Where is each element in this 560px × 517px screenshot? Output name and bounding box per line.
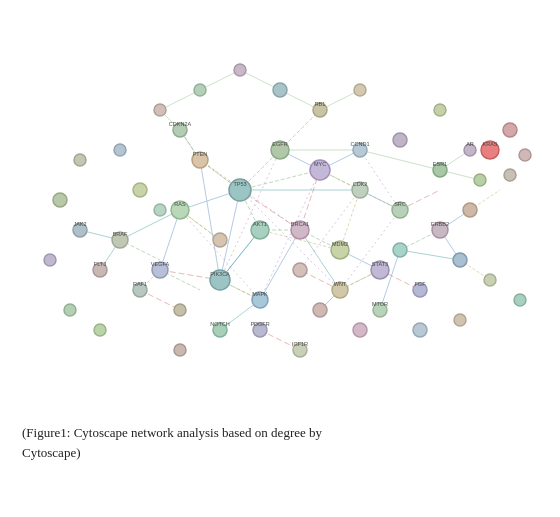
svg-point-115 xyxy=(234,64,246,76)
svg-point-86 xyxy=(293,263,307,277)
svg-point-133 xyxy=(514,294,526,306)
svg-point-96 xyxy=(354,84,366,96)
svg-point-129 xyxy=(393,133,407,147)
svg-rect-0 xyxy=(20,10,540,415)
svg-text:RAF1: RAF1 xyxy=(133,281,147,287)
svg-text:MTOR: MTOR xyxy=(372,301,388,307)
svg-text:FLT3: FLT3 xyxy=(94,261,106,267)
svg-text:BRCA1: BRCA1 xyxy=(291,221,309,227)
svg-text:CDK2: CDK2 xyxy=(353,181,368,187)
svg-point-126 xyxy=(64,304,76,316)
svg-point-124 xyxy=(53,193,67,207)
svg-text:TP53: TP53 xyxy=(233,181,246,187)
network-figure: TP53 EGFR MYC PTEN AKT1 RAS BRCA1 CDK2 P… xyxy=(20,10,540,415)
svg-text:MAPK: MAPK xyxy=(252,291,268,297)
svg-point-102 xyxy=(484,274,496,286)
caption-text-line2: Cytoscape) xyxy=(22,445,80,460)
svg-text:AR: AR xyxy=(466,141,474,147)
svg-point-114 xyxy=(273,83,287,97)
svg-point-107 xyxy=(174,304,186,316)
page-container: TP53 EGFR MYC PTEN AKT1 RAS BRCA1 CDK2 P… xyxy=(0,0,560,517)
svg-point-91 xyxy=(393,243,407,257)
svg-point-130 xyxy=(434,104,446,116)
svg-point-132 xyxy=(454,314,466,326)
svg-point-105 xyxy=(313,303,327,317)
svg-text:SRC: SRC xyxy=(394,201,406,207)
svg-text:CCND1: CCND1 xyxy=(351,141,370,147)
svg-text:JAK2: JAK2 xyxy=(73,221,86,227)
svg-point-127 xyxy=(133,183,147,197)
svg-text:PIK3CA: PIK3CA xyxy=(210,271,230,277)
svg-point-125 xyxy=(44,254,56,266)
svg-text:BRAF: BRAF xyxy=(113,231,128,237)
svg-text:PDGFR: PDGFR xyxy=(250,321,269,327)
svg-text:ERBB2: ERBB2 xyxy=(431,221,449,227)
caption-text-line1: (Figure1: Cytoscape network analysis bas… xyxy=(22,425,322,440)
svg-point-128 xyxy=(114,144,126,156)
svg-text:AKT1: AKT1 xyxy=(253,221,267,227)
svg-text:ESR1: ESR1 xyxy=(433,161,447,167)
svg-text:WNT: WNT xyxy=(334,281,347,287)
svg-point-131 xyxy=(413,323,427,337)
svg-text:PTEN: PTEN xyxy=(193,151,208,157)
svg-point-112 xyxy=(154,204,166,216)
figure-caption: (Figure1: Cytoscape network analysis bas… xyxy=(20,423,540,462)
svg-point-136 xyxy=(353,323,367,337)
svg-point-101 xyxy=(453,253,467,267)
svg-text:CDKN2A: CDKN2A xyxy=(169,121,192,127)
svg-point-99 xyxy=(474,174,486,186)
svg-point-117 xyxy=(154,104,166,116)
svg-text:STAT3: STAT3 xyxy=(372,261,388,267)
svg-point-113 xyxy=(213,233,227,247)
svg-text:NOTCH: NOTCH xyxy=(210,321,230,327)
svg-text:FGF: FGF xyxy=(415,281,427,287)
svg-text:RB1: RB1 xyxy=(315,101,326,107)
network-graph: TP53 EGFR MYC PTEN AKT1 RAS BRCA1 CDK2 P… xyxy=(20,10,540,415)
svg-text:KRAS: KRAS xyxy=(483,141,498,147)
svg-point-116 xyxy=(194,84,206,96)
svg-point-134 xyxy=(174,344,186,356)
svg-point-122 xyxy=(519,149,531,161)
svg-point-137 xyxy=(74,154,86,166)
svg-point-121 xyxy=(503,123,517,137)
svg-text:VEGFA: VEGFA xyxy=(151,261,170,267)
svg-point-123 xyxy=(504,169,516,181)
svg-text:RAS: RAS xyxy=(174,201,186,207)
svg-text:IGF1R: IGF1R xyxy=(292,341,308,347)
svg-text:EGFR: EGFR xyxy=(272,141,287,147)
svg-point-135 xyxy=(94,324,106,336)
svg-text:MDM2: MDM2 xyxy=(332,241,348,247)
svg-point-100 xyxy=(463,203,477,217)
svg-text:MYC: MYC xyxy=(314,161,326,167)
